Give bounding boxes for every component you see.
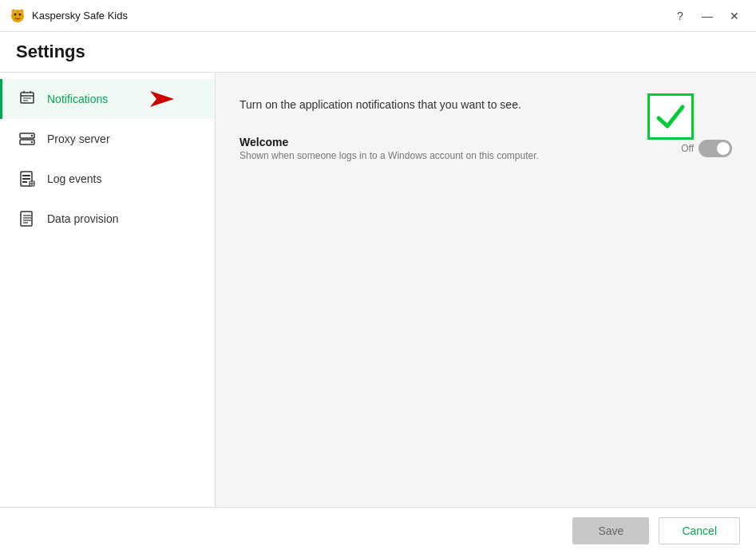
save-button[interactable]: Save [572,517,649,544]
notifications-icon [18,90,36,108]
data-provision-icon [18,210,36,228]
log-events-label: Log events [47,172,102,185]
minimize-button[interactable]: — [695,6,719,26]
svg-point-4 [20,9,24,13]
sidebar-item-proxy-server[interactable]: Proxy server [0,119,215,159]
svg-point-15 [31,141,33,143]
close-button[interactable]: ✕ [722,6,746,26]
proxy-server-icon [18,130,36,148]
title-bar: Kaspersky Safe Kids ? — ✕ [0,0,756,32]
main-layout: Notifications Proxy server [0,73,756,507]
content-area: Turn on the application notifications th… [216,73,756,507]
svg-point-1 [14,13,17,15]
page-title: Settings [16,42,740,62]
svg-rect-19 [22,181,27,183]
svg-point-13 [31,135,33,137]
sidebar-item-notifications[interactable]: Notifications [0,79,215,119]
footer: Save Cancel [0,507,756,554]
red-arrow-annotation [142,83,190,115]
svg-marker-11 [150,91,174,107]
svg-point-3 [12,9,16,13]
welcome-toggle[interactable] [699,140,732,157]
title-bar-left: Kaspersky Safe Kids [10,8,128,24]
cancel-button[interactable]: Cancel [659,517,740,544]
sidebar-item-data-provision[interactable]: Data provision [0,199,215,239]
data-provision-label: Data provision [47,212,119,225]
app-title: Kaspersky Safe Kids [32,10,128,22]
page-header: Settings [0,32,756,73]
svg-rect-23 [21,212,32,226]
toggle-label: Off [681,143,694,154]
app-icon [10,8,26,24]
toggle-thumb [717,142,730,155]
help-button[interactable]: ? [668,6,692,26]
proxy-server-label: Proxy server [47,133,110,145]
notification-item-text: Welcome Shown when someone logs in to a … [239,136,539,161]
svg-rect-18 [22,178,30,180]
toggle-wrapper: Off [681,140,732,157]
log-events-icon [18,170,36,188]
notification-item-welcome: Welcome Shown when someone logs in to a … [239,133,732,164]
notification-item-subtitle: Shown when someone logs in to a Windows … [239,150,539,161]
svg-point-2 [19,13,22,15]
checkmark-icon [655,101,687,133]
checkmark-annotation [647,93,694,140]
notifications-label: Notifications [47,93,108,105]
notification-item-title: Welcome [239,136,539,148]
sidebar: Notifications Proxy server [0,73,216,507]
title-bar-controls: ? — ✕ [668,6,746,26]
sidebar-item-log-events[interactable]: Log events [0,159,215,199]
svg-rect-17 [22,175,30,176]
